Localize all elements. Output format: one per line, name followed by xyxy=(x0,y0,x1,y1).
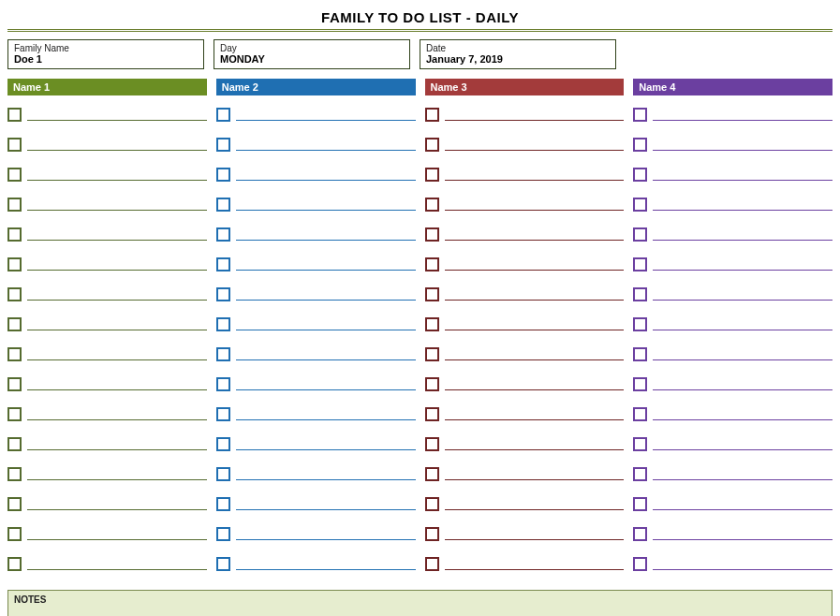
task-checkbox[interactable] xyxy=(216,467,230,481)
task-line[interactable] xyxy=(27,120,207,121)
task-line[interactable] xyxy=(27,419,207,420)
task-line[interactable] xyxy=(445,359,625,360)
task-line[interactable] xyxy=(653,359,833,360)
task-checkbox[interactable] xyxy=(7,317,22,331)
task-checkbox[interactable] xyxy=(216,227,230,242)
task-line[interactable] xyxy=(653,240,833,241)
task-checkbox[interactable] xyxy=(425,198,439,212)
task-line[interactable] xyxy=(653,150,833,151)
task-checkbox[interactable] xyxy=(633,198,647,212)
task-line[interactable] xyxy=(27,270,207,271)
task-line[interactable] xyxy=(445,389,625,390)
task-line[interactable] xyxy=(236,419,416,420)
task-line[interactable] xyxy=(236,509,416,510)
task-checkbox[interactable] xyxy=(425,407,439,421)
task-line[interactable] xyxy=(27,449,207,450)
task-checkbox[interactable] xyxy=(633,557,647,571)
task-checkbox[interactable] xyxy=(7,287,22,301)
task-checkbox[interactable] xyxy=(425,138,439,152)
task-line[interactable] xyxy=(27,359,207,360)
task-line[interactable] xyxy=(653,449,833,450)
task-checkbox[interactable] xyxy=(633,257,647,271)
task-line[interactable] xyxy=(27,479,207,480)
task-line[interactable] xyxy=(653,120,833,121)
task-checkbox[interactable] xyxy=(425,317,439,331)
task-line[interactable] xyxy=(445,509,625,510)
task-checkbox[interactable] xyxy=(425,467,439,481)
task-line[interactable] xyxy=(653,509,833,510)
task-checkbox[interactable] xyxy=(633,168,647,182)
task-checkbox[interactable] xyxy=(216,527,230,541)
task-line[interactable] xyxy=(445,479,625,480)
task-line[interactable] xyxy=(653,419,833,420)
task-checkbox[interactable] xyxy=(633,227,647,242)
task-line[interactable] xyxy=(445,120,625,121)
task-line[interactable] xyxy=(236,120,416,121)
date-value[interactable]: January 7, 2019 xyxy=(426,53,610,65)
task-line[interactable] xyxy=(653,539,833,540)
column-header[interactable]: Name 4 xyxy=(633,79,833,95)
task-line[interactable] xyxy=(653,180,833,181)
task-checkbox[interactable] xyxy=(425,497,439,511)
task-line[interactable] xyxy=(445,210,625,211)
task-checkbox[interactable] xyxy=(633,377,647,391)
task-line[interactable] xyxy=(445,539,625,540)
task-checkbox[interactable] xyxy=(633,138,647,152)
task-line[interactable] xyxy=(445,180,625,181)
task-checkbox[interactable] xyxy=(216,108,230,122)
column-header[interactable]: Name 1 xyxy=(7,79,207,95)
task-checkbox[interactable] xyxy=(216,198,230,212)
task-checkbox[interactable] xyxy=(7,138,22,152)
task-checkbox[interactable] xyxy=(7,198,22,212)
task-checkbox[interactable] xyxy=(7,108,22,122)
task-checkbox[interactable] xyxy=(633,497,647,511)
task-checkbox[interactable] xyxy=(7,557,22,571)
task-checkbox[interactable] xyxy=(425,527,439,541)
task-checkbox[interactable] xyxy=(216,347,230,361)
column-header[interactable]: Name 3 xyxy=(425,79,625,95)
task-checkbox[interactable] xyxy=(7,227,22,242)
task-line[interactable] xyxy=(236,389,416,390)
task-checkbox[interactable] xyxy=(633,287,647,301)
task-line[interactable] xyxy=(445,449,625,450)
task-checkbox[interactable] xyxy=(7,467,22,481)
task-checkbox[interactable] xyxy=(216,317,230,331)
task-checkbox[interactable] xyxy=(633,437,647,451)
task-line[interactable] xyxy=(236,539,416,540)
day-value[interactable]: MONDAY xyxy=(220,53,404,65)
family-name-value[interactable]: Doe 1 xyxy=(14,53,198,65)
task-checkbox[interactable] xyxy=(633,317,647,331)
task-checkbox[interactable] xyxy=(633,467,647,481)
task-line[interactable] xyxy=(27,240,207,241)
task-checkbox[interactable] xyxy=(7,437,22,451)
task-checkbox[interactable] xyxy=(425,437,439,451)
task-checkbox[interactable] xyxy=(425,257,439,271)
task-line[interactable] xyxy=(445,330,625,330)
task-line[interactable] xyxy=(27,150,207,151)
task-line[interactable] xyxy=(236,300,416,301)
task-line[interactable] xyxy=(27,330,207,330)
task-line[interactable] xyxy=(27,210,207,211)
task-line[interactable] xyxy=(653,389,833,390)
task-line[interactable] xyxy=(236,150,416,151)
task-line[interactable] xyxy=(445,569,625,570)
task-line[interactable] xyxy=(27,180,207,181)
task-line[interactable] xyxy=(236,359,416,360)
task-line[interactable] xyxy=(653,300,833,301)
task-checkbox[interactable] xyxy=(7,377,22,391)
task-line[interactable] xyxy=(445,240,625,241)
task-checkbox[interactable] xyxy=(425,377,439,391)
task-line[interactable] xyxy=(27,569,207,570)
task-line[interactable] xyxy=(236,479,416,480)
task-checkbox[interactable] xyxy=(7,168,22,182)
task-line[interactable] xyxy=(653,270,833,271)
task-line[interactable] xyxy=(27,509,207,510)
task-checkbox[interactable] xyxy=(216,257,230,271)
notes-box[interactable]: NOTES xyxy=(7,590,833,616)
task-checkbox[interactable] xyxy=(7,407,22,421)
task-checkbox[interactable] xyxy=(425,168,439,182)
task-line[interactable] xyxy=(445,150,625,151)
task-line[interactable] xyxy=(445,419,625,420)
task-checkbox[interactable] xyxy=(216,497,230,511)
column-header[interactable]: Name 2 xyxy=(216,79,416,95)
